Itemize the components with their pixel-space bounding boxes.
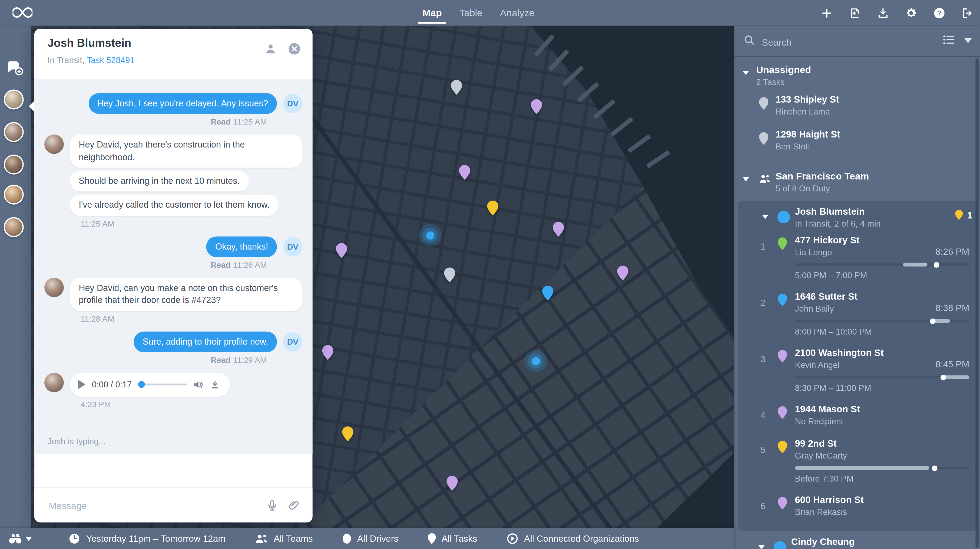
filter-all-drivers[interactable]: All Drivers (342, 533, 398, 544)
audio-seek-slider[interactable] (138, 384, 186, 386)
map-task-pin-gray[interactable] (450, 79, 462, 95)
map-task-pin-gray[interactable] (444, 267, 456, 283)
import-icon[interactable] (849, 6, 861, 19)
message-bubble-incoming: Should be arriving in the next 10 minute… (70, 171, 248, 192)
filter-bar: Yesterday 11pm – Tomorrow 12amAll TeamsA… (0, 528, 734, 549)
driver-avatar (45, 135, 64, 154)
collapse-caret-icon[interactable] (762, 215, 768, 219)
map-driver-location-dot[interactable] (524, 350, 547, 372)
task-recipient: Kevin Angel (795, 360, 840, 370)
task-sequence-number: 2 (760, 298, 765, 308)
driver-task-row[interactable]: 32100 Washington StKevin Angel8:45 PM8:3… (738, 346, 977, 402)
download-audio-icon[interactable] (210, 380, 220, 389)
avatar-driver-1[interactable] (4, 89, 24, 109)
map-task-pin-purple[interactable] (446, 476, 458, 491)
map-task-pin-yellow[interactable] (342, 426, 354, 442)
task-pin-icon (778, 440, 788, 454)
message-input-bar (34, 487, 312, 522)
play-icon[interactable] (78, 380, 86, 389)
task-pin-icon (759, 97, 769, 110)
tab-map[interactable]: Map (422, 0, 442, 26)
speaker-icon[interactable] (193, 380, 204, 389)
driver-task-row[interactable]: 6600 Harrison StBrian Rekasis (738, 493, 977, 527)
driver-task-row[interactable]: 1477 Hickory StLia Longo8:26 PM5:00 PM –… (738, 233, 977, 290)
tab-table[interactable]: Table (460, 0, 483, 26)
filter-yesterday-11pm-–-tomorrow-12am[interactable]: Yesterday 11pm – Tomorrow 12am (68, 533, 226, 545)
view-tabs: MapTableAnalyze (422, 0, 535, 26)
task-progress-bar (795, 467, 969, 469)
driver-task-row[interactable]: 21646 Sutter StJohn Baily8:38 PM8:00 PM … (738, 290, 977, 346)
people-icon (255, 533, 268, 544)
contact-profile-icon[interactable] (264, 42, 277, 56)
filter-all-tasks[interactable]: All Tasks (427, 533, 477, 544)
map-task-pin-purple[interactable] (617, 265, 629, 281)
incoming-bubbles: Hey David, yeah there's construction in … (70, 135, 302, 216)
audio-seek-knob[interactable] (138, 381, 145, 388)
settings-icon[interactable] (905, 6, 917, 19)
driver-task-row[interactable]: 599 2nd StGray McCartyBefore 7:30 PM (738, 437, 977, 493)
attach-file-icon[interactable] (288, 499, 301, 512)
sort-caret-icon[interactable] (964, 38, 972, 43)
collapse-caret-icon[interactable] (742, 177, 749, 181)
avatar-driver-2-josh-selected[interactable] (4, 122, 24, 142)
read-receipt: Read 11:26 AM (45, 260, 267, 270)
map-task-pin-purple[interactable] (322, 345, 334, 360)
search-input[interactable] (760, 33, 907, 51)
map-task-pin-purple[interactable] (531, 99, 542, 115)
filter-label: All Tasks (442, 533, 477, 544)
chat-contact-status: In Transit, Task 528491 (48, 56, 135, 65)
map-task-pin-purple[interactable] (336, 243, 347, 259)
avatar-driver-3[interactable] (4, 155, 24, 175)
incoming-audio-message: 0:00 / 0:17 (45, 373, 302, 397)
group-title: San Francisco Team (776, 171, 980, 182)
task-recipient: Gray McCarty (795, 451, 847, 460)
group-header-team[interactable]: San Francisco Team5 of 8 On Duty (734, 161, 980, 197)
lookup-control[interactable] (8, 533, 32, 544)
read-label: Read (211, 117, 231, 127)
avatar-driver-5[interactable] (4, 217, 24, 237)
map-task-pin-purple[interactable] (459, 164, 471, 180)
group-header-unassigned[interactable]: Unassigned2 Tasks (734, 57, 980, 91)
driver-row[interactable]: Cindy CheungOffline, 0 of 4 (734, 531, 980, 549)
tasks-sidebar: Unassigned2 Tasks133 Shipley StRinchen L… (734, 26, 980, 549)
audio-time: 0:00 / 0:17 (92, 380, 132, 389)
map-driver-location-dot[interactable] (418, 224, 441, 246)
task-address: 99 2nd St (795, 438, 837, 448)
map-task-pin-blue[interactable] (542, 285, 554, 301)
new-chat-icon[interactable] (5, 59, 24, 77)
map-task-pin-yellow[interactable] (487, 200, 499, 216)
task-sequence-number: 3 (760, 354, 765, 364)
sidebar-scrollbar[interactable] (975, 58, 978, 548)
filter-label: Yesterday 11pm – Tomorrow 12am (86, 533, 226, 544)
unassigned-task-row[interactable]: 1298 Haight StBen Stott (734, 126, 980, 161)
app-logo-icon[interactable] (13, 5, 32, 20)
filter-label: All Drivers (357, 533, 399, 544)
tab-analyze[interactable]: Analyze (500, 0, 535, 26)
add-icon[interactable] (821, 6, 833, 19)
driver-status-dot (778, 211, 790, 223)
task-sequence-number: 4 (760, 410, 765, 420)
record-audio-icon[interactable] (266, 499, 279, 512)
message-input[interactable] (48, 488, 238, 524)
filter-all-connected-organizations[interactable]: All Connected Organizations (506, 533, 639, 545)
driver-task-row[interactable]: 41944 Mason StNo Recipient (738, 402, 977, 437)
badge-count: 1 (967, 209, 972, 220)
help-icon[interactable]: ? (933, 6, 945, 19)
map-task-pin-purple[interactable] (552, 222, 564, 237)
read-receipt: Read 11:29 AM (45, 355, 267, 365)
close-chat-icon[interactable] (288, 42, 301, 56)
unassigned-task-row[interactable]: 133 Shipley StRinchen Lama (734, 91, 980, 126)
filter-all-teams[interactable]: All Teams (255, 533, 313, 544)
group-title: Unassigned (756, 64, 980, 76)
export-icon[interactable] (877, 6, 889, 19)
driver-row[interactable]: Josh BlumsteinIn Transit, 2 of 6, 4 min1 (738, 201, 977, 233)
driver-dot-core (426, 231, 434, 239)
message-bubble-incoming: I've already called the customer to let … (70, 195, 278, 215)
list-view-icon[interactable] (943, 34, 955, 45)
collapse-caret-icon[interactable] (758, 545, 765, 549)
collapse-caret-icon[interactable] (742, 71, 749, 75)
logout-icon[interactable] (961, 6, 974, 19)
task-pin-icon (778, 497, 788, 510)
task-link[interactable]: Task 528491 (87, 56, 135, 65)
avatar-driver-4[interactable] (4, 185, 24, 205)
